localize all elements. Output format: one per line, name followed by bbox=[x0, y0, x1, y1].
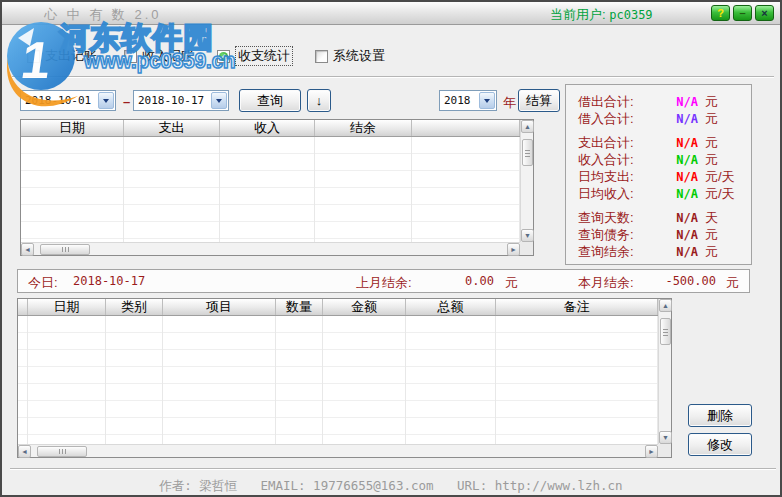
nav-option-income[interactable]: 收入记账 bbox=[124, 48, 194, 64]
current-user: 当前用户: pc0359 bbox=[550, 6, 653, 24]
checkbox-income-icon[interactable] bbox=[124, 50, 137, 63]
horizontal-scrollbar[interactable]: ◄ ► bbox=[21, 242, 520, 255]
stat-label: 查询债务: bbox=[578, 226, 650, 244]
current-user-label: 当前用户: bbox=[550, 7, 606, 22]
stat-unit: 元 bbox=[705, 110, 718, 128]
help-button[interactable]: ? bbox=[711, 5, 730, 21]
stat-label: 查询结余: bbox=[578, 243, 650, 261]
summary-table: 日期 支出 收入 结余 ▲ ▼ ◄ ► bbox=[20, 119, 534, 256]
column-header[interactable] bbox=[412, 120, 520, 136]
column-header[interactable]: 数量 bbox=[276, 299, 323, 315]
nav-option-label[interactable]: 支出记账 bbox=[45, 47, 97, 65]
stat-value: N/A bbox=[650, 211, 698, 225]
radio-checked-icon[interactable]: ✓ bbox=[217, 50, 230, 63]
column-header[interactable] bbox=[18, 299, 28, 315]
column-header[interactable]: 支出 bbox=[124, 120, 220, 136]
delete-button[interactable]: 删除 bbox=[688, 404, 752, 427]
stat-unit: 元 bbox=[705, 243, 718, 261]
down-arrow-button[interactable]: ↓ bbox=[307, 89, 331, 112]
stat-row: 查询天数: N/A 天 bbox=[578, 209, 751, 226]
today-value: 2018-10-17 bbox=[73, 274, 145, 288]
scroll-down-icon[interactable]: ▼ bbox=[659, 431, 672, 444]
vertical-scrollbar[interactable]: ▲ ▼ bbox=[520, 120, 533, 242]
column-header[interactable]: 总额 bbox=[406, 299, 496, 315]
titlebar-buttons: ? – × bbox=[711, 5, 774, 21]
titlebar[interactable]: 心 中 有 数 2.0 当前用户: pc0359 ? – × bbox=[2, 2, 780, 25]
nav-option-label[interactable]: 系统设置 bbox=[333, 47, 385, 65]
column-header[interactable]: 收入 bbox=[220, 120, 315, 136]
stat-unit: 元 bbox=[705, 134, 718, 152]
nav-option-expense[interactable]: 支出记账 bbox=[27, 48, 97, 64]
stat-value: N/A bbox=[650, 228, 698, 242]
settle-button[interactable]: 结算 bbox=[518, 89, 560, 112]
stat-value: N/A bbox=[650, 112, 698, 126]
stat-value: N/A bbox=[650, 170, 698, 184]
last-month-balance-label: 上月结余: bbox=[356, 274, 412, 292]
date-to-select[interactable]: 2018-10-17 bbox=[133, 90, 229, 111]
checkbox-expense-icon[interactable] bbox=[27, 50, 40, 63]
scroll-left-icon[interactable]: ◄ bbox=[18, 445, 31, 458]
stat-row: 查询债务: N/A 元 bbox=[578, 226, 751, 243]
date-range-dash: – bbox=[123, 94, 130, 109]
stat-unit: 元/天 bbox=[705, 168, 735, 186]
year-select[interactable]: 2018 bbox=[439, 90, 497, 111]
stat-row: 借入合计: N/A 元 bbox=[578, 110, 751, 127]
column-header[interactable]: 日期 bbox=[21, 120, 124, 136]
nav-option-settings[interactable]: 系统设置 bbox=[315, 48, 385, 64]
scrollbar-thumb[interactable] bbox=[522, 139, 533, 166]
scroll-down-icon[interactable]: ▼ bbox=[521, 229, 534, 242]
footer-url: URL: http://www.lzh.cn bbox=[457, 478, 623, 493]
scrollbar-thumb[interactable] bbox=[40, 244, 90, 255]
column-header[interactable]: 备注 bbox=[496, 299, 658, 315]
column-header[interactable]: 日期 bbox=[28, 299, 106, 315]
scroll-up-icon[interactable]: ▲ bbox=[659, 299, 672, 312]
checkbox-settings-icon[interactable] bbox=[315, 50, 328, 63]
detail-table-header: 日期 类别 项目 数量 金额 总额 备注 bbox=[18, 299, 658, 316]
chevron-down-icon[interactable] bbox=[98, 92, 114, 109]
stat-unit: 元 bbox=[705, 226, 718, 244]
stat-label: 借出合计: bbox=[578, 93, 650, 111]
scroll-right-icon[interactable]: ► bbox=[645, 445, 658, 458]
stat-value: N/A bbox=[650, 153, 698, 167]
stat-value: N/A bbox=[650, 187, 698, 201]
footer-email: EMAIL: 19776655@163.com bbox=[260, 478, 433, 493]
detail-table: 日期 类别 项目 数量 金额 总额 备注 ▲ ▼ ◄ ► bbox=[17, 298, 672, 458]
column-header[interactable]: 金额 bbox=[323, 299, 406, 315]
horizontal-scrollbar[interactable]: ◄ ► bbox=[18, 444, 658, 457]
scrollbar-corner bbox=[520, 242, 533, 255]
scrollbar-thumb[interactable] bbox=[37, 446, 87, 457]
current-user-value: pc0359 bbox=[609, 8, 652, 22]
stat-label: 收入合计: bbox=[578, 151, 650, 169]
year-value: 2018 bbox=[440, 94, 479, 107]
column-header[interactable]: 项目 bbox=[163, 299, 276, 315]
scroll-left-icon[interactable]: ◄ bbox=[21, 243, 34, 256]
chevron-down-icon[interactable] bbox=[211, 92, 227, 109]
scroll-up-icon[interactable]: ▲ bbox=[521, 120, 534, 133]
nav-option-label[interactable]: 收支统计 bbox=[235, 46, 293, 66]
chevron-down-icon[interactable] bbox=[479, 92, 495, 109]
stat-row: 支出合计: N/A 元 bbox=[578, 134, 751, 151]
minimize-button[interactable]: – bbox=[733, 5, 752, 21]
app-window: 心 中 有 数 2.0 当前用户: pc0359 ? – × 1 河东软件园 w… bbox=[0, 0, 782, 497]
column-header[interactable]: 结余 bbox=[315, 120, 412, 136]
stat-unit: 元/天 bbox=[705, 185, 735, 203]
stat-label: 日均收入: bbox=[578, 185, 650, 203]
modify-button[interactable]: 修改 bbox=[688, 433, 752, 456]
stat-unit: 元 bbox=[705, 93, 718, 111]
query-button[interactable]: 查询 bbox=[239, 89, 301, 112]
nav-option-label[interactable]: 收入记账 bbox=[142, 47, 194, 65]
stat-label: 借入合计: bbox=[578, 110, 650, 128]
close-button[interactable]: × bbox=[755, 5, 774, 21]
scrollbar-thumb[interactable] bbox=[660, 318, 671, 345]
date-from-select[interactable]: 2018-10-01 bbox=[20, 90, 116, 111]
vertical-scrollbar[interactable]: ▲ ▼ bbox=[658, 299, 671, 444]
stat-unit: 元 bbox=[705, 151, 718, 169]
date-to-value: 2018-10-17 bbox=[134, 94, 211, 107]
nav-option-stats[interactable]: ✓ 收支统计 bbox=[217, 48, 293, 64]
summary-table-header: 日期 支出 收入 结余 bbox=[21, 120, 520, 137]
stat-label: 支出合计: bbox=[578, 134, 650, 152]
stat-label: 查询天数: bbox=[578, 209, 650, 227]
column-header[interactable]: 类别 bbox=[106, 299, 163, 315]
scroll-right-icon[interactable]: ► bbox=[507, 243, 520, 256]
this-month-balance-unit: 元 bbox=[726, 274, 739, 292]
